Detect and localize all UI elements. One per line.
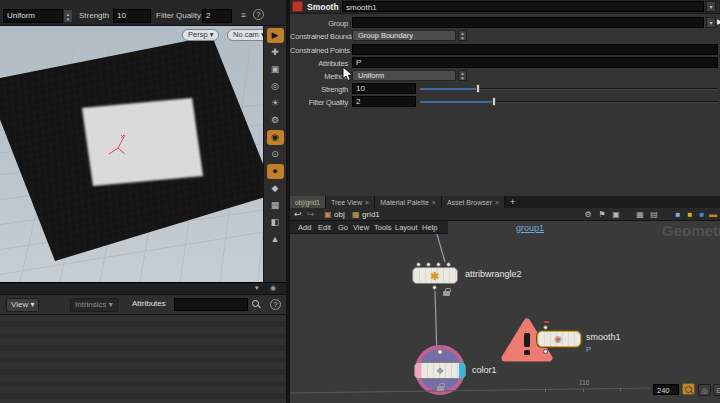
new-tab-button[interactable]: + [505, 196, 520, 208]
tab-tree-view[interactable]: Tree View× [326, 196, 375, 208]
display-grid-icon[interactable]: ▦ [267, 198, 284, 213]
flag-display-icon[interactable]: ⚑ [596, 209, 608, 220]
menu-go[interactable]: Go [338, 221, 348, 234]
viewport-scene [0, 26, 263, 282]
tab-material-palette[interactable]: Material Palette× [375, 196, 442, 208]
list-view-icon[interactable]: ▤ [648, 209, 660, 220]
network-tools-icon[interactable]: ⚙ [582, 209, 594, 220]
attributes-field[interactable]: P [352, 57, 718, 68]
view-mode-icon[interactable]: ▶ [267, 28, 284, 43]
notes-icon[interactable]: ■ [672, 209, 684, 220]
node-attribwrangle2-label[interactable]: attribwrangle2 [465, 269, 522, 279]
menu-help[interactable]: Help [422, 221, 437, 234]
persp-view-button[interactable]: Persp ▾ [182, 29, 219, 41]
display-options-icon[interactable]: ⚙ [267, 113, 284, 128]
node-output-dot[interactable] [543, 349, 548, 354]
zoom-tool-button[interactable] [682, 383, 695, 395]
help-icon[interactable]: ? [270, 299, 281, 310]
intrinsics-dropdown[interactable]: Intrinsics ▾ [70, 298, 118, 312]
sticky-yellow-icon[interactable]: ■ [684, 209, 696, 220]
secure-selection-icon[interactable]: ▣ [267, 62, 284, 77]
menu-layout[interactable]: Layout [395, 221, 418, 234]
close-icon[interactable]: × [365, 199, 369, 206]
color1-right-stripe [459, 363, 465, 378]
attribwrangle-icon: ✱ [430, 270, 439, 282]
method-dropdown[interactable]: Uniform [352, 70, 456, 81]
breadcrumb-grid1[interactable]: grid1 [362, 208, 380, 221]
node-group1-label[interactable]: group1 [516, 223, 544, 233]
close-icon[interactable]: × [495, 199, 499, 206]
method-spinner[interactable]: ▴▾ [63, 9, 73, 23]
menu-tools[interactable]: Tools [374, 221, 392, 234]
attribute-filter-input[interactable] [174, 298, 248, 311]
method-spinner[interactable]: ▴▾ [458, 70, 467, 81]
strength-field[interactable]: 10 [352, 83, 416, 94]
pane-pin-icon[interactable]: ◉ [270, 284, 276, 292]
display-points-icon[interactable]: ● [267, 164, 284, 179]
strength-slider-handle[interactable] [476, 84, 480, 93]
mouse-cursor [342, 66, 354, 82]
spinner-down-icon: ▾ [461, 75, 464, 81]
wire-style-icon[interactable]: ▬ [707, 209, 719, 220]
node-output-dot[interactable] [432, 285, 437, 290]
grid-snap-icon[interactable]: ▦ [634, 209, 646, 220]
node-color1[interactable]: ❖ [414, 362, 466, 379]
color-palette-icon[interactable]: ▣ [610, 209, 622, 220]
template-geometry-icon[interactable]: ◧ [267, 215, 284, 230]
snapshot-icon[interactable]: ◎ [267, 79, 284, 94]
strength-field[interactable]: 10 [113, 9, 151, 23]
help-icon[interactable]: ? [253, 9, 264, 20]
forward-icon[interactable]: ↪ [307, 208, 315, 221]
color-node-icon: ❖ [436, 365, 444, 377]
constrained-points-field[interactable] [352, 44, 718, 55]
select-mode-icon[interactable]: ✚ [267, 45, 284, 60]
node-attribwrangle2[interactable]: ✱ [412, 267, 458, 284]
handles-icon[interactable]: ▲ [267, 232, 284, 247]
scene-viewport[interactable]: Persp ▾ No cam ▾ ▶ ✚ ▣ ◎ ☀ ⚙ ◉ ⊙ ● ◆ ▦ ◧… [0, 26, 286, 282]
end-frame-field[interactable]: 240 [653, 384, 679, 395]
view-dropdown[interactable]: View ▾ [6, 298, 39, 312]
method-label: Method [290, 72, 348, 81]
node-name-field[interactable]: smooth1 [342, 1, 704, 12]
filter-quality-slider-handle[interactable] [492, 97, 496, 106]
color1-left-stripe [415, 363, 421, 378]
headlight-icon[interactable]: ☀ [267, 96, 284, 111]
pane-header-bar: ▾ ◉ [0, 283, 286, 295]
param-row-strength: Strength 10 [290, 83, 720, 95]
display-normals-icon[interactable]: ◆ [267, 181, 284, 196]
pane-maximize-button[interactable]: ⊡ [713, 384, 720, 396]
houdini-application: Uniform ▴▾ Strength 10 Filter Quality 2 … [0, 0, 720, 403]
group-label: Group [290, 19, 348, 28]
search-icon[interactable] [252, 300, 259, 307]
constrained-boundary-spinner[interactable]: ▴▾ [458, 30, 467, 41]
filter-quality-field[interactable]: 2 [202, 9, 232, 23]
strength-slider-active [420, 88, 477, 90]
frame-all-button[interactable]: ◎ [698, 384, 711, 396]
high-quality-lighting-icon[interactable]: ◉ [267, 130, 284, 145]
filter-quality-field[interactable]: 2 [352, 96, 416, 107]
group-field[interactable] [352, 17, 704, 28]
constrained-boundary-dropdown[interactable]: Group Boundary [352, 30, 456, 41]
group-select-icon[interactable]: ▾ [706, 17, 716, 28]
node-input-dot[interactable] [543, 325, 548, 330]
tab-network-editor[interactable]: obj/grid1 [290, 196, 326, 208]
sliders-icon[interactable]: ≡ [237, 8, 250, 22]
spreadsheet-rows[interactable] [0, 315, 286, 403]
grid-node-icon: ▦ [352, 208, 360, 221]
menu-view[interactable]: View [353, 221, 369, 234]
network-canvas[interactable]: Geometry group1 [290, 221, 720, 403]
breadcrumb-obj[interactable]: obj [334, 208, 345, 221]
menu-edit[interactable]: Edit [318, 221, 331, 234]
obj-network-icon: ▣ [324, 208, 332, 221]
back-icon[interactable]: ↩ [294, 208, 302, 221]
tab-asset-browser[interactable]: Asset Browser× [442, 196, 505, 208]
name-dropdown-icon[interactable]: ▾ [706, 1, 716, 12]
node-smooth1[interactable]: ◉ [537, 331, 581, 347]
node-smooth1-label[interactable]: smooth1 [586, 332, 621, 342]
node-color1-label[interactable]: color1 [472, 365, 497, 375]
pane-dropdown-icon[interactable]: ▾ [255, 284, 259, 292]
menu-add[interactable]: Add [298, 221, 311, 234]
method-dropdown[interactable]: Uniform [3, 9, 63, 23]
close-icon[interactable]: × [432, 199, 436, 206]
shading-mode-icon[interactable]: ⊙ [267, 147, 284, 162]
